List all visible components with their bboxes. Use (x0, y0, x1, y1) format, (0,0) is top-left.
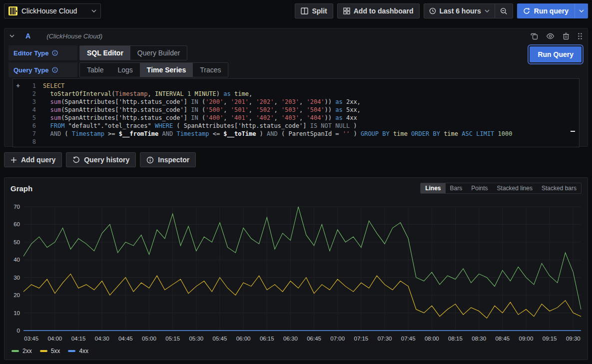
inspector-button[interactable]: Inspector (140, 152, 196, 167)
code-line[interactable]: 7 AND ( Timestamp >= $__fromTime AND Tim… (13, 130, 579, 138)
code-line-text: sum(SpanAttributes['http.status_code'] I… (43, 98, 579, 106)
code-line-text: sum(SpanAttributes['http.status_code'] I… (43, 114, 579, 122)
svg-text:04:30: 04:30 (95, 336, 109, 342)
line-number: 4 (23, 106, 43, 114)
editor-type-option-query-builder[interactable]: Query Builder (130, 46, 187, 60)
query-ref-id[interactable]: A (25, 32, 30, 40)
query-type-label: Query Type (8, 62, 77, 77)
split-icon (301, 7, 308, 14)
run-query-button[interactable]: Run Query (530, 46, 582, 62)
code-line[interactable]: 4 sum(SpanAttributes['http.status_code']… (13, 106, 579, 114)
delete-query-trash-icon[interactable] (563, 32, 570, 40)
info-icon[interactable] (52, 67, 58, 73)
clock-icon (429, 7, 436, 14)
svg-text:30: 30 (13, 275, 20, 281)
editor-type-row: Editor Type SQL EditorQuery Builder (8, 45, 584, 60)
refresh-icon (523, 7, 530, 14)
legend-item-5xx[interactable]: 5xx (40, 348, 60, 355)
split-button[interactable]: Split (295, 3, 333, 18)
code-line[interactable]: +1SELECT (13, 82, 579, 90)
query-type-toggle: TableLogsTime SeriesTraces (79, 62, 228, 77)
legend-swatch (40, 350, 47, 352)
datasource-picker[interactable]: ClickHouse Cloud (4, 3, 101, 18)
top-toolbar: ClickHouse Cloud Split Add to dashboard … (0, 0, 592, 22)
run-query-main[interactable]: Run query (517, 3, 575, 18)
svg-text:70: 70 (13, 204, 20, 210)
duplicate-query-icon[interactable] (531, 32, 538, 40)
toggle-visibility-eye-icon[interactable] (546, 33, 555, 39)
svg-text:09:15: 09:15 (543, 336, 557, 342)
svg-text:04:45: 04:45 (118, 336, 133, 342)
svg-text:06:30: 06:30 (283, 336, 298, 342)
add-to-dashboard-label: Add to dashboard (354, 7, 414, 15)
code-line[interactable]: 2 toStartOfInterval(Timestamp, INTERVAL … (13, 90, 579, 98)
svg-text:04:00: 04:00 (47, 336, 62, 342)
svg-text:08:15: 08:15 (448, 336, 463, 342)
code-line-text: AND ( Timestamp >= $__fromTime AND Times… (43, 130, 579, 138)
graph-style-option-stacked-lines[interactable]: Stacked lines (493, 183, 537, 193)
query-type-option-table[interactable]: Table (80, 63, 110, 77)
gutter-spacer (13, 138, 23, 146)
svg-text:05:00: 05:00 (142, 336, 156, 342)
add-query-button[interactable]: Add query (4, 152, 62, 167)
info-icon[interactable] (52, 50, 58, 56)
inspector-label: Inspector (158, 156, 189, 164)
code-line[interactable]: 8 (13, 138, 579, 146)
line-number: 8 (23, 138, 43, 146)
legend-item-2xx[interactable]: 2xx (11, 348, 32, 355)
graph-style-option-stacked-bars[interactable]: Stacked bars (537, 183, 581, 193)
query-type-option-logs[interactable]: Logs (110, 63, 139, 77)
run-query-split-button[interactable]: Run query (517, 3, 588, 18)
legend-item-4xx[interactable]: 4xx (68, 348, 88, 355)
editor-cursor (571, 131, 575, 132)
add-query-label: Add query (21, 156, 55, 164)
chevron-down-icon (485, 9, 490, 12)
add-to-dashboard-button[interactable]: Add to dashboard (337, 3, 420, 18)
time-range-picker[interactable]: Last 6 hours (424, 4, 495, 18)
code-line[interactable]: 3 sum(SpanAttributes['http.status_code']… (13, 98, 579, 106)
svg-text:0: 0 (17, 328, 20, 334)
graph-style-option-points[interactable]: Points (467, 183, 492, 193)
gutter-spacer (13, 122, 23, 130)
collapse-chevron-icon[interactable] (9, 34, 14, 37)
line-number: 7 (23, 130, 43, 138)
graph-panel: Graph LinesBarsPointsStacked linesStacke… (4, 177, 588, 360)
code-line[interactable]: 6 FROM "default"."otel_traces" WHERE ( S… (13, 122, 579, 130)
editor-type-option-sql-editor[interactable]: SQL Editor (80, 46, 130, 60)
dashboard-grid-icon (343, 7, 350, 14)
svg-text:07:15: 07:15 (354, 336, 368, 342)
svg-text:07:45: 07:45 (401, 336, 416, 342)
svg-text:10: 10 (13, 310, 20, 316)
svg-text:05:30: 05:30 (189, 336, 203, 342)
query-type-row: Query Type TableLogsTime SeriesTraces (8, 62, 584, 77)
graph-style-option-bars[interactable]: Bars (446, 183, 467, 193)
svg-text:05:45: 05:45 (213, 336, 227, 342)
plus-icon (10, 157, 17, 163)
code-line-text (43, 138, 579, 146)
svg-text:06:00: 06:00 (236, 336, 251, 342)
drag-handle-icon[interactable] (578, 32, 583, 40)
svg-text:04:15: 04:15 (71, 336, 86, 342)
query-history-button[interactable]: Query history (66, 152, 136, 167)
query-type-option-traces[interactable]: Traces (193, 63, 228, 77)
add-line-plus-icon[interactable]: + (13, 82, 23, 90)
gutter-spacer (13, 98, 23, 106)
svg-text:09:30: 09:30 (566, 336, 581, 342)
svg-text:08:00: 08:00 (425, 336, 439, 342)
svg-text:08:45: 08:45 (495, 336, 510, 342)
sql-code-editor[interactable]: +1SELECT2 toStartOfInterval(Timestamp, I… (12, 78, 580, 147)
chevron-down-icon (91, 9, 96, 12)
graph-style-option-lines[interactable]: Lines (421, 183, 445, 193)
legend-label: 5xx (51, 348, 60, 355)
svg-text:07:00: 07:00 (330, 336, 345, 342)
series-line-2xx[interactable] (23, 207, 581, 310)
code-line-text: FROM "default"."otel_traces" WHERE ( Spa… (43, 122, 579, 130)
code-line[interactable]: 5 sum(SpanAttributes['http.status_code']… (13, 114, 579, 122)
query-type-option-time-series[interactable]: Time Series (140, 63, 193, 77)
run-query-options-caret[interactable] (575, 3, 588, 18)
gutter-spacer (13, 130, 23, 138)
time-series-chart[interactable]: 01020304050607003:4504:0004:1504:3004:45… (8, 200, 584, 348)
zoom-out-time-button[interactable] (495, 4, 513, 18)
legend-label: 2xx (22, 348, 32, 355)
line-number: 2 (23, 90, 43, 98)
